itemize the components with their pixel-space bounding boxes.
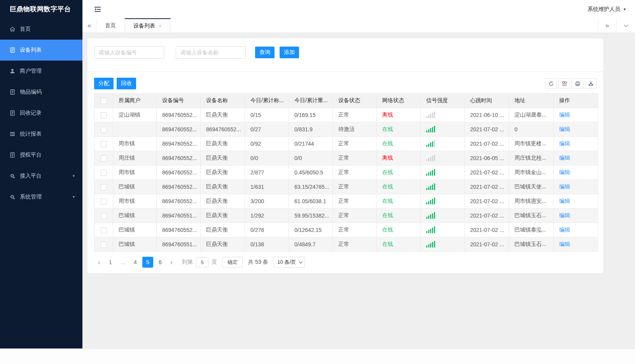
- sidebar-item-report[interactable]: 统计报表: [0, 124, 82, 145]
- device-list-panel: 查询 添加 分配 回收: [87, 38, 603, 273]
- row-checkbox[interactable]: [101, 141, 107, 147]
- page-number[interactable]: 4: [130, 257, 141, 268]
- sidebar-item-authorize[interactable]: 授权平台: [0, 145, 82, 165]
- cell-today-weight: 0/12642.15: [289, 223, 333, 237]
- device-no-input[interactable]: [94, 46, 164, 59]
- table-row: 巴城镇 8694760551... 巨鼎天衡 1/292 59.95/15382…: [94, 209, 598, 223]
- cell-network-status: 在线: [377, 180, 421, 194]
- edit-link[interactable]: 编辑: [559, 212, 570, 218]
- column-header: 地址: [509, 94, 554, 108]
- gear-icon: [9, 194, 16, 200]
- chevron-down-icon: [624, 23, 628, 27]
- cell-heartbeat: 2021-06-10 ...: [465, 108, 509, 122]
- edit-link[interactable]: 编辑: [559, 198, 570, 204]
- tabs-scroll-left-button[interactable]: «: [82, 18, 96, 33]
- table-row: 巴城镇 8694760551... 巨鼎天衡 0/138 0/4849.7 正常…: [94, 237, 598, 252]
- cell-signal: [421, 180, 465, 194]
- cell-device-status: 正常: [333, 180, 377, 194]
- goto-page-input[interactable]: [196, 257, 208, 267]
- sidebar-item-access-platform[interactable]: 接入平台 ▼: [0, 165, 82, 186]
- edit-link[interactable]: 编辑: [559, 140, 570, 146]
- cell-network-status: 在线: [377, 122, 421, 137]
- cell-today-weight: 0/4849.7: [289, 237, 333, 252]
- row-checkbox[interactable]: [101, 127, 107, 133]
- row-checkbox[interactable]: [101, 242, 107, 248]
- signal-strength-icon: [426, 183, 435, 190]
- page-size-select[interactable]: 10 条/页: [273, 257, 305, 268]
- goto-label: 到第: [182, 259, 193, 266]
- column-header: 网络状态: [377, 94, 421, 108]
- row-checkbox[interactable]: [101, 170, 107, 176]
- cell-action: 编辑: [554, 108, 598, 122]
- export-icon[interactable]: [585, 78, 597, 89]
- device-name-input[interactable]: [176, 46, 246, 59]
- page-number[interactable]: 1: [105, 257, 116, 268]
- cell-merchant: 巴城镇: [113, 209, 157, 223]
- edit-link[interactable]: 编辑: [559, 241, 570, 247]
- device-list-icon: [9, 47, 16, 53]
- sidebar-item-item-code[interactable]: 物品编码: [0, 82, 82, 103]
- select-all-cell: [94, 94, 113, 108]
- sidebar-item-merchant[interactable]: 商户管理: [0, 61, 82, 82]
- cell-merchant: 周庄镇: [113, 151, 157, 165]
- row-checkbox[interactable]: [101, 155, 107, 162]
- user-menu[interactable]: 系统维护人员 ▼: [588, 0, 626, 18]
- query-button[interactable]: 查询: [255, 47, 275, 58]
- cell-device-no: 8694760552...: [157, 223, 201, 237]
- tabs-menu-button[interactable]: [616, 18, 635, 33]
- next-page-icon[interactable]: ›: [166, 257, 177, 268]
- tab-label: 设备列表: [133, 23, 155, 30]
- confirm-button[interactable]: 确定: [222, 257, 243, 268]
- assign-button[interactable]: 分配: [94, 78, 114, 89]
- page-number[interactable]: 5: [142, 257, 153, 268]
- tabs-scroll-right-button[interactable]: »: [598, 18, 616, 33]
- edit-link[interactable]: 编辑: [559, 169, 570, 175]
- print-icon[interactable]: [572, 78, 583, 89]
- table-row: 巴城镇 8694760552... 巨鼎天衡 0/278 0/12642.15 …: [94, 223, 598, 237]
- row-checkbox[interactable]: [101, 199, 107, 205]
- edit-link[interactable]: 编辑: [559, 226, 570, 233]
- sidebar-collapse-icon[interactable]: [93, 5, 102, 14]
- table-toolbar: 分配 回收: [94, 78, 597, 89]
- row-checkbox[interactable]: [101, 227, 107, 233]
- cell-today-weight: 0/21744: [289, 137, 333, 151]
- cell-device-name: 巨鼎天衡: [201, 151, 245, 165]
- cell-device-name: 巨鼎天衡: [201, 194, 245, 209]
- table-row: 淀山湖镇 8694760552... 巨鼎天衡 0/15 0/169.15 正常…: [94, 108, 598, 122]
- select-all-checkbox[interactable]: [101, 98, 107, 104]
- column-header: 操作: [554, 94, 598, 108]
- signal-strength-icon: [426, 197, 435, 204]
- row-checkbox[interactable]: [101, 213, 107, 219]
- close-icon[interactable]: ×: [159, 23, 162, 29]
- row-checkbox[interactable]: [101, 184, 107, 190]
- page-number[interactable]: 6: [155, 257, 166, 268]
- cell-device-name: 巨鼎天衡: [201, 108, 245, 122]
- recycle-button[interactable]: 回收: [117, 78, 136, 89]
- tab-home[interactable]: 首页: [96, 18, 125, 33]
- cell-action: 编辑: [554, 151, 598, 165]
- edit-link[interactable]: 编辑: [559, 126, 570, 132]
- sidebar-item-home[interactable]: 首页: [0, 19, 82, 40]
- horizontal-scrollbar-area[interactable]: [0, 348, 635, 364]
- add-button[interactable]: 添加: [280, 47, 299, 58]
- sidebar-item-device-list[interactable]: 设备列表: [0, 40, 82, 61]
- sidebar-item-label: 系统管理: [20, 193, 42, 200]
- column-header: 今日/累计重...: [289, 94, 333, 108]
- cell-action: 编辑: [554, 122, 598, 137]
- sidebar-item-label: 回收记录: [20, 110, 42, 117]
- cell-device-no: 8694760551...: [157, 237, 201, 252]
- columns-icon[interactable]: [558, 78, 570, 89]
- row-checkbox[interactable]: [101, 112, 107, 118]
- edit-link[interactable]: 编辑: [559, 111, 570, 118]
- tab-device-list[interactable]: 设备列表 ×: [125, 18, 171, 33]
- refresh-icon[interactable]: [545, 78, 557, 89]
- table-row: 周市镇 8694760552... 巨鼎天衡 2/877 0.45/6050.5…: [94, 165, 598, 180]
- edit-link[interactable]: 编辑: [559, 183, 570, 190]
- prev-page-icon[interactable]: ‹: [94, 257, 104, 268]
- sidebar-item-recycle-record[interactable]: 回收记录: [0, 103, 82, 124]
- sidebar-item-label: 接入平台: [20, 172, 42, 179]
- column-header: 心跳时间: [465, 94, 509, 108]
- edit-link[interactable]: 编辑: [559, 155, 570, 161]
- sidebar: 巨鼎物联网数字平台 首页 设备列表 商户管理 物品编码 回收记录 统计报表 授权…: [0, 0, 82, 348]
- sidebar-item-system-manage[interactable]: 系统管理 ▼: [0, 186, 82, 207]
